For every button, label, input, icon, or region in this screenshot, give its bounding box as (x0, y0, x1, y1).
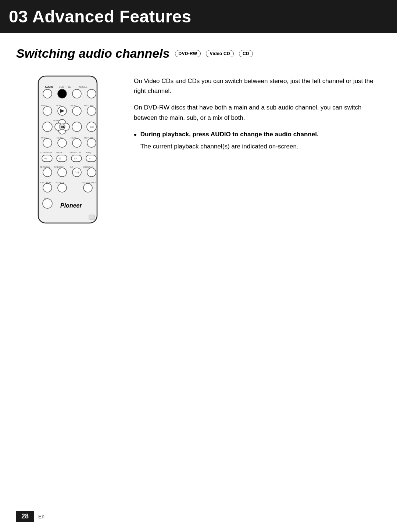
svg-text:«II: «II (44, 157, 47, 160)
svg-point-61 (58, 183, 67, 192)
svg-text:A-B: A-B (75, 171, 79, 174)
svg-text:SUBTITLE: SUBTITLE (59, 86, 71, 88)
svg-text:AUDIO: AUDIO (45, 86, 53, 88)
badge-dvd-rw: DVD-RW (175, 50, 201, 57)
svg-point-33 (58, 139, 67, 147)
bullet-sub-text: The current playback channel(s) are indi… (140, 141, 319, 151)
paragraph-2: On DVD-RW discs that have both a main an… (134, 103, 381, 122)
badge-cd: CD (239, 50, 253, 57)
svg-rect-46 (86, 155, 96, 162)
svg-point-35 (87, 139, 96, 147)
svg-text:Pioneer: Pioneer (60, 202, 82, 209)
svg-text:STEP/SLOW: STEP/SLOW (69, 151, 82, 154)
svg-text:≡: ≡ (89, 157, 90, 160)
svg-point-34 (72, 139, 81, 147)
svg-text:CC: CC (90, 126, 94, 128)
svg-point-56 (87, 168, 96, 177)
svg-text:PLAY: PLAY (56, 104, 61, 107)
chapter-header: 03 Advanced Features (0, 0, 397, 33)
badge-video-cd: Video CD (206, 50, 234, 57)
section-title-row: Switching audio channels DVD-RW Video CD… (16, 46, 381, 61)
svg-text:STEP/SLOW: STEP/SLOW (40, 151, 52, 154)
svg-point-53 (58, 168, 67, 177)
page-number: 28 (16, 511, 34, 522)
svg-text:A-B: A-B (70, 166, 74, 168)
svg-text:ATPQ: ATPQ (86, 151, 91, 154)
svg-text:PREV: PREV (41, 104, 47, 107)
section-title: Switching audio channels (16, 46, 170, 61)
page-lang: En (38, 514, 44, 520)
svg-text:PAUSE: PAUSE (56, 151, 63, 154)
bullet-dot: • (134, 129, 137, 141)
bullet-content: During playback, press AUDIO to change t… (140, 129, 319, 158)
svg-point-60 (43, 183, 52, 192)
svg-rect-42 (57, 155, 67, 162)
svg-point-64 (43, 199, 52, 208)
svg-point-6 (72, 89, 81, 98)
svg-rect-66 (89, 215, 95, 219)
svg-text:II: II (59, 157, 61, 160)
svg-point-16 (87, 107, 96, 115)
bullet-strong-text: During playback, press AUDIO to change t… (140, 131, 319, 138)
svg-point-12 (43, 107, 52, 115)
svg-point-62 (83, 183, 92, 192)
paragraph-1: On Video CDs and CDs you can switch betw… (134, 76, 381, 96)
svg-point-4 (43, 89, 52, 98)
svg-point-5 (58, 89, 67, 98)
svg-point-32 (43, 139, 52, 147)
page-footer: 28 En (0, 511, 397, 522)
svg-point-18 (43, 122, 52, 132)
svg-text:OK: OK (61, 126, 65, 128)
remote-image: AUDIO SUBTITLE ANGLE PREV PLAY NEXT RETU… (31, 72, 104, 228)
svg-text:NEXT: NEXT (71, 104, 76, 107)
svg-point-15 (72, 107, 81, 115)
svg-text:ANGLE: ANGLE (79, 86, 87, 88)
svg-point-52 (43, 168, 52, 177)
svg-text:II»: II» (74, 157, 77, 160)
remote-col: AUDIO SUBTITLE ANGLE PREV PLAY NEXT RETU… (16, 72, 119, 228)
svg-text:RETURN: RETURN (84, 104, 93, 107)
text-col: On Video CDs and CDs you can switch betw… (134, 72, 381, 162)
bullet-item: • During playback, press AUDIO to change… (134, 129, 381, 158)
svg-point-7 (87, 89, 96, 98)
svg-point-25 (72, 122, 82, 132)
svg-text:LAST MEM: LAST MEM (40, 181, 51, 184)
chapter-title: 03 Advanced Features (9, 7, 388, 26)
two-col-layout: AUDIO SUBTITLE ANGLE PREV PLAY NEXT RETU… (16, 72, 381, 228)
main-content: Switching audio channels DVD-RW Video CD… (0, 46, 397, 228)
